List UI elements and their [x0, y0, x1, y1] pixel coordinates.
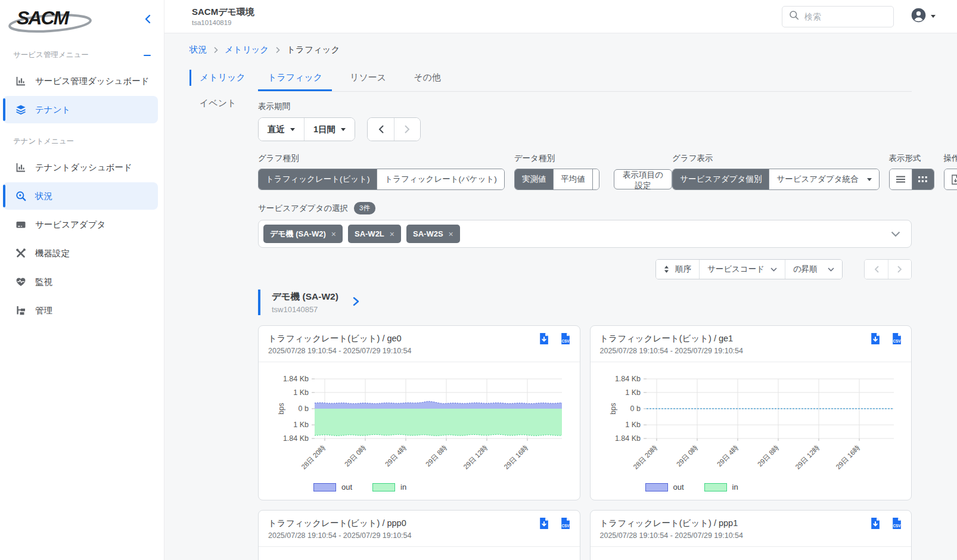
chevron-down-icon [931, 15, 936, 18]
graph-display-toggle: サービスアダプタ個別 サービスアダプタ統合 [672, 169, 879, 190]
graph-type-toggle: トラフィックレート(ビット) トラフィックレート(パケット) [258, 169, 505, 190]
period-span-button[interactable]: 1日間 [304, 118, 355, 141]
tab-event[interactable]: イベント [189, 95, 258, 111]
page-subtitle: tsa10140819 [192, 19, 254, 26]
svg-text:CSV: CSV [561, 339, 570, 343]
operations-label: 操作 [944, 153, 957, 164]
svg-text:1.84 Kb: 1.84 Kb [283, 375, 309, 383]
main-area: SACMデモ環境 tsa10140819 状況 メトリック [164, 0, 957, 560]
chart-card-ge1: トラフィックレート(ビット) / ge1 2025/07/28 19:10:54… [590, 325, 912, 500]
view-format-label: 表示形式 [889, 153, 934, 164]
download-icon[interactable] [537, 517, 550, 532]
adapter-chip: SA-W2S × [406, 225, 460, 243]
sort-field-select[interactable]: サービスコード [699, 260, 785, 279]
caret-down-icon [341, 128, 346, 131]
svg-text:29日 8時: 29日 8時 [424, 444, 449, 468]
breadcrumb-metric[interactable]: メトリック [225, 44, 269, 55]
svg-text:1 Kb: 1 Kb [293, 388, 309, 397]
grid-icon [918, 176, 927, 183]
download-icon[interactable] [869, 332, 881, 347]
breadcrumb-current: トラフィック [287, 44, 340, 55]
period-range-button[interactable]: 直近 [259, 118, 304, 141]
chart-title: トラフィックレート(ビット) / ge1 [600, 333, 902, 344]
download-icon[interactable] [537, 332, 550, 347]
chart-legend: out in [313, 483, 576, 491]
csv-download-icon[interactable]: CSV [559, 332, 571, 347]
sidebar-collapse-icon[interactable] [142, 12, 153, 29]
data-type-actual-button[interactable]: 実測値 [515, 169, 554, 189]
csv-download-icon[interactable]: CSV [559, 517, 571, 532]
adapter-combined-button[interactable]: サービスアダプタ統合 [769, 169, 878, 189]
sidebar-item-label: 状況 [35, 191, 52, 202]
adapter-card-icon [15, 219, 27, 230]
operations-field: 操作 CSV ? [944, 153, 957, 190]
sort-direction-select[interactable]: の昇順 [785, 260, 842, 279]
display-items-settings-button[interactable]: 表示項目の設定 [614, 169, 672, 189]
tab-resource[interactable]: リソース [340, 70, 396, 91]
csv-download-icon[interactable]: CSV [890, 517, 903, 532]
pager-next-button[interactable] [888, 260, 911, 279]
traffic-chart-ppp0: 1.84 Kb1 Kb0 b1 Kb1.84 Kb28日 20時29日 0時29… [260, 552, 567, 560]
sidebar-item-service-adapter[interactable]: サービスアダプタ [3, 211, 158, 238]
pager-prev-button[interactable] [865, 260, 888, 279]
legend-swatch-out [313, 483, 336, 491]
svg-text:29日 16時: 29日 16時 [502, 444, 529, 471]
page-title: SACMデモ環境 [192, 7, 254, 18]
selection-count-badge: 3件 [354, 202, 375, 214]
sort-direction-value: の昇順 [793, 264, 818, 275]
search-input[interactable] [804, 12, 882, 21]
period-button-group: 直近 1日間 [258, 117, 355, 141]
sidebar-item-service-dashboard[interactable]: サービス管理ダッシュボード [3, 67, 158, 95]
search-box[interactable] [782, 6, 894, 27]
topbar: SACMデモ環境 tsa10140819 [164, 0, 957, 33]
list-view-button[interactable] [890, 169, 912, 189]
sidebar-item-device-settings[interactable]: 機器設定 [3, 239, 158, 267]
sidebar-item-tenant[interactable]: テナント [3, 96, 158, 123]
legend-label-out: out [673, 483, 684, 491]
svg-text:1.84 Kb: 1.84 Kb [614, 375, 640, 383]
legend-swatch-out [645, 483, 668, 491]
chevron-right-icon[interactable] [353, 297, 359, 309]
graph-type-packet-button[interactable]: トラフィックレート(パケット) [377, 169, 504, 189]
device-header[interactable]: デモ機 (SA-W2) tsw10140857 [258, 290, 912, 315]
chart-card-ppp1: トラフィックレート(ビット) / ppp1 2025/07/28 19:10:5… [590, 510, 912, 560]
download-icon[interactable] [869, 517, 881, 532]
csv-download-icon[interactable]: CSV [890, 332, 903, 347]
sidebar-item-status[interactable]: 状況 [3, 182, 158, 210]
sort-field-value: サービスコード [707, 264, 765, 275]
data-type-max-button[interactable]: 最大値 [592, 169, 599, 189]
file-download-icon[interactable] [944, 169, 957, 189]
view-format-toggle [889, 169, 934, 190]
chip-close-icon[interactable]: × [331, 229, 336, 239]
graph-type-bit-button[interactable]: トラフィックレート(ビット) [259, 169, 377, 189]
sidebar-item-monitoring[interactable]: 監視 [3, 268, 158, 295]
adapter-multiselect[interactable]: デモ機 (SA-W2) × SA-W2L × SA-W2S × [258, 220, 912, 248]
breadcrumb-status[interactable]: 状況 [189, 44, 207, 55]
sort-order-button[interactable]: 順序 [656, 260, 699, 279]
legend-swatch-in [704, 483, 727, 491]
chip-close-icon[interactable]: × [449, 229, 453, 239]
tab-other[interactable]: その他 [404, 70, 450, 91]
sidebar-item-label: サービス管理ダッシュボード [35, 76, 150, 87]
tab-traffic[interactable]: トラフィック [258, 70, 332, 91]
chip-close-icon[interactable]: × [390, 229, 394, 239]
grid-view-button[interactable] [912, 169, 934, 189]
data-type-average-button[interactable]: 平均値 [553, 169, 592, 189]
svg-text:bps: bps [277, 403, 285, 414]
period-next-button[interactable] [394, 118, 420, 141]
device-name: デモ機 (SA-W2) [272, 291, 338, 303]
adapter-chip: デモ機 (SA-W2) × [263, 225, 343, 243]
data-type-toggle: 実測値 平均値 最大値 [514, 169, 599, 190]
logo-text: SACM [17, 7, 68, 29]
period-prev-button[interactable] [368, 118, 394, 141]
user-menu[interactable] [911, 7, 936, 26]
sacm-logo[interactable]: SACM [7, 6, 97, 35]
chevron-down-icon[interactable] [891, 229, 900, 239]
traffic-chart-ge0: 1.84 Kb1 Kb0 b1 Kb1.84 Kb28日 20時29日 0時29… [260, 367, 567, 480]
svg-text:bps: bps [609, 403, 617, 414]
collapse-section-icon[interactable] [144, 55, 151, 56]
tab-metric[interactable]: メトリック [189, 70, 258, 86]
sidebar-item-tenant-dashboard[interactable]: テナントダッシュボード [3, 154, 158, 181]
adapter-individual-button[interactable]: サービスアダプタ個別 [673, 169, 769, 189]
sidebar-item-management[interactable]: 管理 [3, 297, 158, 324]
